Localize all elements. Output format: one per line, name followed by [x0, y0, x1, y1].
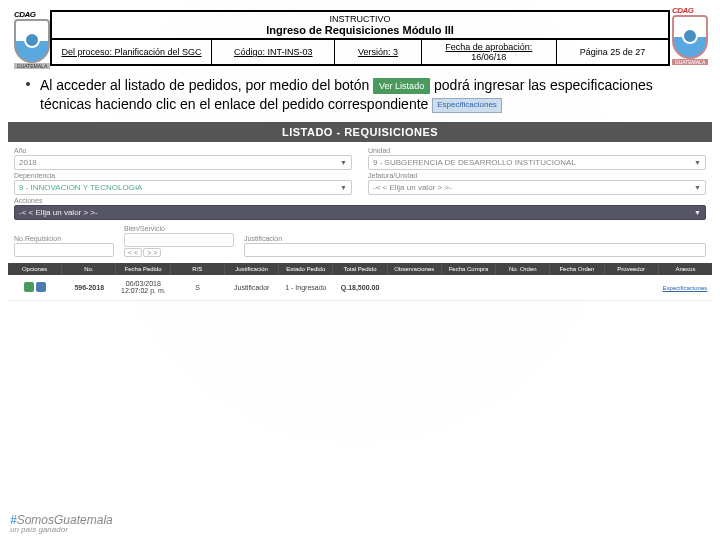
label-ano: Año: [14, 147, 352, 154]
chevron-down-icon: ▼: [340, 184, 347, 191]
pager: < < > >: [124, 248, 234, 257]
select-dependencia[interactable]: 9 - INNOVACION Y TECNOLOGIA▼: [14, 180, 352, 195]
especificaciones-button[interactable]: Especificaciones: [432, 98, 502, 113]
cell-rs: S: [170, 282, 224, 293]
code-cell: Código: INT-INS-03: [212, 40, 335, 64]
cell-no: 596-2018: [62, 282, 116, 293]
version-cell: Versión: 3: [335, 40, 421, 64]
chevron-down-icon: ▼: [694, 159, 701, 166]
shield-icon: [672, 15, 708, 59]
label-dependencia: Dependencia: [14, 172, 352, 179]
cell-fecha: 06/03/2018 12:07:02 p. m.: [116, 278, 170, 296]
cell-estado: 1 - Ingresado: [279, 282, 333, 293]
input-noreq[interactable]: [14, 243, 114, 257]
label-acciones: Acciones: [14, 197, 706, 204]
pager-next[interactable]: > >: [143, 248, 161, 257]
approval-cell: Fecha de aprobación: 16/06/18: [422, 40, 558, 64]
chevron-down-icon: ▼: [694, 184, 701, 191]
logo-right: CDAG GUATEMALA: [672, 6, 708, 65]
row-actions: [8, 280, 62, 294]
cell-total: Q.18,500.00: [333, 282, 387, 293]
logo-left: CDAG GUATEMALA: [14, 10, 50, 69]
select-acciones[interactable]: -< < Elija un valor > >-▼: [14, 205, 706, 220]
label-noreq: No.Requisicion: [14, 235, 114, 242]
chevron-down-icon: ▼: [340, 159, 347, 166]
process-cell: Del proceso: Planificación del SGC: [52, 40, 212, 64]
table-row: 596-2018 06/03/2018 12:07:02 p. m. S Jus…: [8, 275, 712, 301]
select-jefatura[interactable]: -< < Elija un valor > >-▼: [368, 180, 706, 195]
select-ano[interactable]: 2018▼: [14, 155, 352, 170]
instruction-bullet: Al acceder al listado de pedidos, por me…: [40, 76, 690, 114]
document-header: INSTRUCTIVO Ingreso de Requisiciones Mód…: [50, 10, 670, 66]
shield-icon: [14, 19, 50, 63]
chevron-down-icon: ▼: [694, 209, 701, 216]
bullet-icon: [26, 82, 30, 86]
label-bien: Bien/Servicio: [124, 225, 234, 232]
especificaciones-link[interactable]: Especificaciones: [663, 285, 708, 291]
page-cell: Página 25 de 27: [557, 40, 668, 64]
pager-prev[interactable]: < <: [124, 248, 142, 257]
label-unidad: Unidad: [368, 147, 706, 154]
cell-just: Justificador: [225, 282, 279, 293]
label-just: Justificación: [244, 235, 706, 242]
doc-type: INSTRUCTIVO: [52, 12, 668, 24]
label-jefatura: Jefatura/Unidad: [368, 172, 706, 179]
footer-hashtag: #SomosGuatemala un país ganador: [10, 513, 113, 534]
edit-icon[interactable]: [36, 282, 46, 292]
ver-listado-button[interactable]: Ver Listado: [373, 78, 430, 94]
input-just[interactable]: [244, 243, 706, 257]
panel-title: LISTADO - REQUISICIONES: [8, 122, 712, 142]
app-screenshot: LISTADO - REQUISICIONES Año 2018▼ Unidad…: [8, 122, 712, 301]
input-bien[interactable]: [124, 233, 234, 247]
doc-subtitle: Ingreso de Requisiciones Módulo III: [52, 24, 668, 40]
select-unidad[interactable]: 9 - SUBGERENCIA DE DESARROLLO INSTITUCIO…: [368, 155, 706, 170]
check-icon[interactable]: [24, 282, 34, 292]
table-header: OpcionesNo.Fecha Pedido R/SJustificación…: [8, 263, 712, 275]
